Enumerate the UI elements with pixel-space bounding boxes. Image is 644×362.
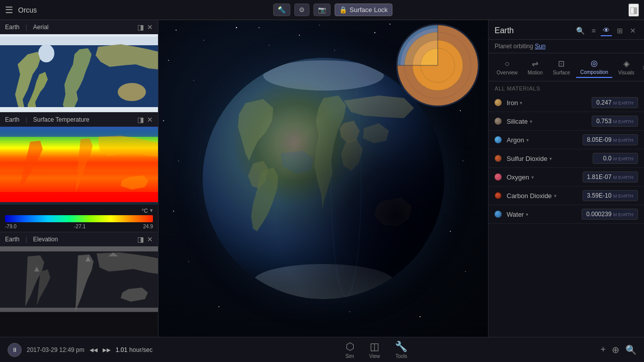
rp-grid-btn[interactable]: ⊞	[615, 26, 625, 36]
svg-rect-13	[0, 308, 158, 312]
oxygen-dot	[495, 173, 502, 180]
rp-subtitle-link[interactable]: Sun	[535, 43, 545, 50]
surface-temp-type-label: Surface Temperature	[33, 116, 90, 123]
svg-point-19	[334, 50, 335, 51]
colorbar-mid: -27.1	[74, 224, 86, 229]
torch-button[interactable]: 🔦	[273, 4, 290, 16]
step-forward-button[interactable]: ▸▸	[103, 345, 111, 354]
aerial-layers-btn[interactable]: ◨	[137, 23, 144, 31]
carbon-dioxide-chevron[interactable]: ▾	[554, 193, 556, 199]
iron-dot	[495, 99, 502, 106]
sim-label: Sim	[345, 353, 354, 359]
colorbar-dropdown-icon[interactable]: ▾	[150, 207, 153, 214]
aerial-type-label: Aerial	[33, 24, 49, 31]
overview-icon: ○	[505, 59, 510, 68]
aerial-map-svg	[0, 34, 158, 112]
svg-point-14	[176, 30, 177, 31]
layers-button[interactable]: ◨	[628, 4, 639, 17]
nav-view[interactable]: ◫ View	[369, 340, 380, 359]
surface-temp-close-btn[interactable]: ✕	[147, 116, 153, 124]
search-button[interactable]: 🔍	[625, 344, 636, 355]
elevation-close-btn[interactable]: ✕	[147, 235, 153, 243]
elevation-header-right: ◨ ✕	[137, 235, 153, 243]
rp-header: Earth 🔍 ≡ 👁 ⊞ ✕	[489, 20, 644, 40]
timestamp: 2017-03-29 12:49 pm	[27, 346, 85, 353]
elevation-layers-btn[interactable]: ◨	[137, 235, 144, 243]
rp-subtitle: Planet orbiting Sun	[489, 40, 644, 53]
surface-temp-header-left: Earth | Surface Temperature	[5, 116, 90, 123]
material-row-silicate: Silicate ▾ 0.753 M EARTH	[489, 112, 644, 131]
surface-temp-header-right: ◨ ✕	[137, 116, 153, 124]
tab-visuals[interactable]: ◈ Visuals	[614, 57, 638, 77]
argon-chevron[interactable]: ▾	[526, 137, 529, 143]
sulfur-dioxide-dot	[495, 155, 502, 162]
sulfur-dioxide-unit: M EARTH	[613, 156, 633, 161]
rp-list-btn[interactable]: ≡	[590, 26, 598, 36]
water-chevron[interactable]: ▾	[526, 212, 528, 217]
svg-point-26	[163, 120, 164, 121]
oxygen-value-box: 1.81E-07 M EARTH	[583, 171, 638, 183]
add-button[interactable]: +	[600, 344, 606, 355]
silicate-dot	[495, 118, 502, 125]
aerial-header-right: ◨ ✕	[137, 23, 153, 31]
svg-point-15	[203, 40, 204, 41]
svg-point-31	[173, 211, 174, 212]
colorbar-min: -79.0	[5, 224, 17, 229]
aerial-close-btn[interactable]: ✕	[147, 23, 153, 31]
bottom-bar: ⏸ 2017-03-29 12:49 pm ◂◂ ▸▸ 1.01 hour/se…	[0, 337, 644, 362]
iron-value: 0.247	[596, 99, 611, 106]
svg-point-36	[349, 311, 350, 312]
material-row-water: Water ▾ 0.000239 M EARTH	[489, 205, 644, 224]
sulfur-dioxide-name: Sulfur Dioxide ▾	[507, 155, 588, 162]
svg-point-40	[389, 24, 390, 25]
play-pause-button[interactable]: ⏸	[8, 343, 22, 357]
colorbar-max: 24.9	[143, 224, 153, 229]
colorbar-unit: °C ▾	[5, 207, 153, 214]
globe-button[interactable]: ⊕	[612, 344, 619, 355]
speed-unit: hour/sec	[129, 346, 152, 353]
oxygen-chevron[interactable]: ▾	[531, 174, 534, 180]
rp-close-btn[interactable]: ✕	[628, 26, 638, 36]
tab-composition[interactable]: ◎ Composition	[576, 56, 612, 78]
rp-eye-btn[interactable]: 👁	[601, 25, 612, 36]
playback-controls: ⏸ 2017-03-29 12:49 pm ◂◂ ▸▸ 1.01 hour/se…	[0, 343, 160, 357]
nav-tools[interactable]: 🔧 Tools	[395, 340, 408, 359]
elevation-section: Earth | Elevation ◨ ✕	[0, 232, 158, 312]
elevation-planet-label: Earth	[5, 236, 20, 243]
tab-more[interactable]: ›	[640, 61, 644, 74]
silicate-unit: M EARTH	[613, 119, 633, 124]
surface-lock-button[interactable]: 🔒 Surface Lock	[335, 4, 392, 16]
tab-motion[interactable]: ⇌ Motion	[524, 57, 547, 77]
tab-composition-label: Composition	[580, 69, 608, 75]
iron-name: Iron ▾	[507, 99, 587, 107]
nav-sim[interactable]: ⬡ Sim	[345, 340, 354, 359]
surface-temp-layers-btn[interactable]: ◨	[137, 116, 144, 124]
top-bar-left: ☰ Orcus	[5, 5, 37, 16]
colorbar-section: °C ▾ -79.0 -27.1 24.9	[0, 205, 158, 232]
elevation-map-svg	[0, 246, 158, 312]
elevation-header-left: Earth | Elevation	[5, 236, 58, 243]
svg-point-20	[374, 32, 375, 33]
iron-chevron[interactable]: ▾	[520, 100, 522, 106]
sulfur-dioxide-value: 0.0	[603, 155, 612, 162]
camera-button[interactable]: 📷	[313, 4, 331, 16]
menu-icon[interactable]: ☰	[5, 5, 13, 16]
argon-unit: M EARTH	[613, 138, 633, 143]
settings-button[interactable]: ⚙	[294, 4, 309, 16]
tools-icon: 🔧	[395, 340, 408, 352]
aerial-section: Earth | Aerial ◨ ✕	[0, 20, 158, 113]
sulfur-dioxide-chevron[interactable]: ▾	[549, 156, 552, 161]
speed-value: 1.01	[116, 346, 127, 353]
lock-icon: 🔒	[339, 6, 347, 14]
bottom-nav: ⬡ Sim ◫ View 🔧 Tools	[160, 340, 593, 359]
step-back-button[interactable]: ◂◂	[90, 345, 98, 354]
svg-rect-5	[0, 34, 158, 37]
rp-search-btn[interactable]: 🔍	[574, 26, 587, 36]
svg-rect-4	[0, 107, 158, 112]
tools-label: Tools	[395, 353, 407, 359]
tab-overview[interactable]: ○ Overview	[493, 57, 522, 77]
silicate-value-box: 0.753 M EARTH	[592, 116, 638, 127]
surface-icon: ⊡	[558, 59, 565, 68]
silicate-chevron[interactable]: ▾	[530, 119, 532, 124]
tab-surface[interactable]: ⊡ Surface	[549, 57, 574, 77]
